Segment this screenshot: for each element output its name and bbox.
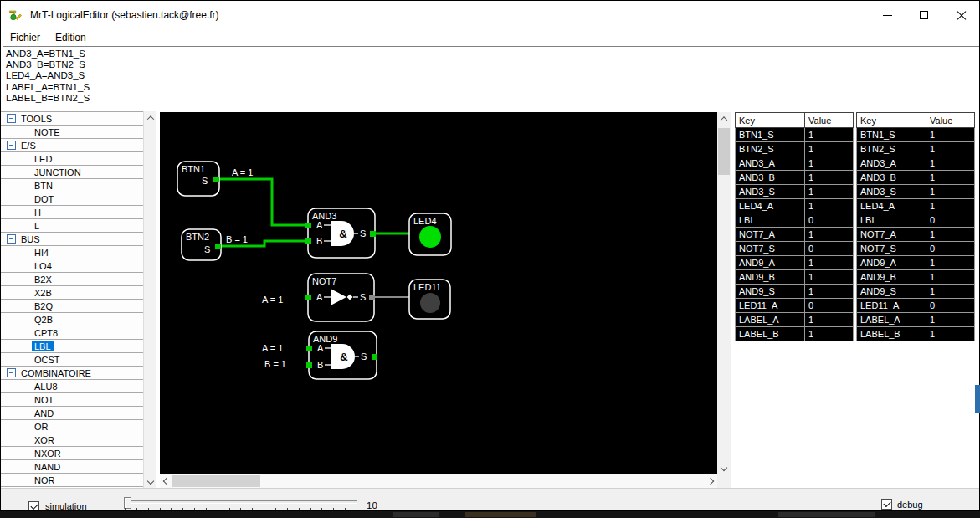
palette-item-bus[interactable]: BUS — [1, 233, 143, 246]
palette-item-hi4[interactable]: HI4 — [1, 246, 143, 259]
hscroll-thumb[interactable] — [172, 475, 260, 487]
collapse-minus-icon[interactable] — [7, 368, 16, 377]
palette-item-alu8[interactable]: ALU8 — [1, 380, 143, 393]
component-led4[interactable]: LED4 — [409, 213, 451, 255]
maximize-button[interactable] — [906, 1, 942, 29]
slider-thumb[interactable] — [124, 497, 131, 509]
palette-item-lo4[interactable]: LO4 — [1, 259, 143, 273]
watch-row[interactable]: LBL0 — [857, 213, 975, 228]
simulation-checkbox[interactable] — [28, 501, 39, 511]
component-and3[interactable]: AND3AB&S — [305, 208, 376, 258]
palette-item-lbl[interactable]: LBL — [1, 340, 143, 353]
watch-row[interactable]: AND3_A1 — [736, 156, 854, 171]
palette-item-note[interactable]: NOTE — [1, 126, 143, 139]
palette-item-tools[interactable]: TOOLS — [1, 112, 143, 126]
watch-row[interactable]: BTN1_S1 — [736, 128, 854, 142]
scroll-right-button[interactable] — [704, 474, 717, 488]
watch-row[interactable]: AND9_A1 — [736, 256, 854, 270]
palette-item-nxor[interactable]: NXOR — [1, 447, 143, 460]
watch-row[interactable]: AND9_B1 — [736, 270, 854, 285]
schematic-canvas[interactable]: A = 1B = 1A = 1A = 1B = 1BTN1SBTN2SAND3A… — [160, 112, 731, 488]
palette-item-b2q[interactable]: B2Q — [1, 300, 143, 313]
palette-item-cpt8[interactable]: CPT8 — [1, 326, 143, 340]
watch-row[interactable]: LABEL_A1 — [736, 313, 854, 327]
canvas-hscrollbar[interactable] — [160, 474, 717, 488]
watch-row[interactable]: NOT7_S0 — [736, 242, 854, 256]
watch-row[interactable]: AND3_S1 — [857, 185, 975, 199]
palette-item-nor[interactable]: NOR — [1, 474, 143, 487]
component-not7[interactable]: NOT7AS — [305, 274, 375, 321]
component-and9[interactable]: AND9AB&S — [306, 331, 377, 379]
debug-checkbox[interactable] — [881, 499, 892, 510]
column-header-key[interactable]: Key — [857, 113, 926, 128]
watch-row[interactable]: AND3_B1 — [857, 171, 975, 185]
speed-slider[interactable] — [124, 500, 357, 504]
collapse-minus-icon[interactable] — [7, 141, 16, 150]
watch-row[interactable]: LABEL_B1 — [857, 327, 975, 341]
collapse-minus-icon[interactable] — [7, 114, 16, 123]
watch-row[interactable]: LED4_A1 — [857, 199, 975, 213]
scroll-left-button[interactable] — [160, 474, 173, 488]
column-header-value[interactable]: Value — [926, 113, 975, 128]
watch-row[interactable]: BTN2_S1 — [857, 142, 975, 156]
scroll-up-button[interactable] — [717, 112, 731, 126]
palette-item-combinatoire[interactable]: COMBINATOIRE — [1, 367, 143, 380]
canvas-vscrollbar[interactable] — [717, 112, 731, 474]
watch-row[interactable]: AND9_S1 — [736, 285, 854, 299]
watch-row[interactable]: AND3_A1 — [857, 156, 975, 171]
watch-row[interactable]: NOT7_A1 — [857, 228, 975, 242]
watch-row[interactable]: LABEL_A1 — [857, 313, 975, 327]
palette-item-nand[interactable]: NAND — [1, 460, 143, 474]
palette-item-btn[interactable]: BTN — [1, 179, 143, 192]
palette-item-b2x[interactable]: B2X — [1, 273, 143, 286]
palette-item-xor[interactable]: XOR — [1, 433, 143, 447]
palette-item-ocst[interactable]: OCST — [1, 353, 143, 367]
menu-item-fichier[interactable]: Fichier — [3, 30, 48, 45]
palette-item-or[interactable]: OR — [1, 420, 143, 433]
wire[interactable] — [218, 179, 308, 225]
palette-scrollbar[interactable] — [143, 111, 156, 488]
watch-row[interactable]: AND9_B1 — [857, 270, 975, 285]
watch-row[interactable]: NOT7_A1 — [736, 228, 854, 242]
minimize-button[interactable] — [869, 1, 906, 29]
watch-row[interactable]: AND9_A1 — [857, 256, 975, 270]
watch-row[interactable]: BTN2_S1 — [736, 142, 854, 156]
column-header-key[interactable]: Key — [736, 113, 805, 128]
watch-row[interactable]: LED11_A0 — [736, 299, 854, 313]
watch-row[interactable]: BTN1_S1 — [857, 128, 975, 142]
watch-row[interactable]: LBL0 — [736, 213, 854, 228]
watch-row[interactable]: LABEL_B1 — [736, 327, 854, 341]
scroll-down-button[interactable] — [144, 474, 157, 488]
close-button[interactable] — [942, 1, 979, 29]
component-led11[interactable]: LED11 — [409, 280, 450, 319]
palette-item-not[interactable]: NOT — [1, 393, 143, 407]
watch-row[interactable]: AND3_B1 — [736, 171, 854, 185]
component-btn2[interactable]: BTN2S — [182, 229, 221, 260]
app-icon: 7 — [8, 8, 23, 22]
scroll-up-button[interactable] — [144, 111, 157, 125]
column-header-value[interactable]: Value — [805, 113, 854, 128]
palette-item-h[interactable]: H — [1, 206, 143, 219]
scroll-down-button[interactable] — [717, 461, 731, 474]
equations-editor[interactable]: AND3_A=BTN1_SAND3_B=BTN2_SLED4_A=AND3_SL… — [3, 46, 979, 110]
palette-item-led[interactable]: LED — [1, 152, 143, 166]
palette-item-q2b[interactable]: Q2B — [1, 313, 143, 326]
watch-row[interactable]: LED11_A0 — [857, 299, 975, 313]
watch-row[interactable]: LED4_A1 — [736, 199, 854, 213]
palette-item-label: H — [34, 208, 41, 218]
palette-item-junction[interactable]: JUNCTION — [1, 166, 143, 179]
palette-item-dot[interactable]: DOT — [1, 192, 143, 206]
collapse-minus-icon[interactable] — [7, 234, 16, 244]
component-btn1[interactable]: BTN1S — [177, 162, 219, 196]
menu-item-edition[interactable]: Edition — [48, 30, 94, 45]
palette-item-x2b[interactable]: X2B — [1, 286, 143, 300]
palette-item-e-s[interactable]: E/S — [1, 139, 143, 152]
palette-item-l[interactable]: L — [1, 219, 143, 233]
palette-item-label: LBL — [32, 341, 54, 351]
palette-item-and[interactable]: AND — [1, 407, 143, 420]
title-bar[interactable]: 7 MrT-LogicalEditor (sebastien.tack@free… — [1, 1, 979, 29]
watch-row[interactable]: AND3_S1 — [736, 185, 854, 199]
vscroll-thumb[interactable] — [718, 128, 730, 175]
watch-row[interactable]: AND9_S1 — [857, 285, 975, 299]
watch-row[interactable]: NOT7_S0 — [857, 242, 975, 256]
